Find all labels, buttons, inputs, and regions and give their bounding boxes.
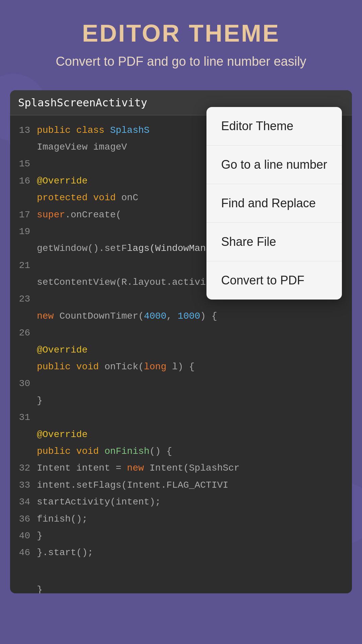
code-line: 26 <box>10 325 352 341</box>
kw-override3: @Override <box>37 429 87 440</box>
code-line: new CountDownTimer(4000, 1000) { <box>10 308 352 325</box>
kw-long: long <box>144 362 166 372</box>
line-number: 32 <box>10 460 37 477</box>
line-number: 34 <box>10 494 37 511</box>
line-number: 36 <box>10 511 37 528</box>
main-content: SplashScreenActivity 13 public class Spl… <box>10 90 352 593</box>
code-line: public void onFinish() { <box>10 443 352 460</box>
line-code: public class SplashS <box>37 122 149 139</box>
line-code: @Override <box>37 426 87 443</box>
header: EDITOR THEME Convert to PDF and go to li… <box>0 0 362 84</box>
menu-item-find-replace[interactable]: Find and Replace <box>206 184 342 223</box>
code-line: 33 intent.setFlags(Intent.FLAG_ACTIVI <box>10 477 352 494</box>
kw-onfinish: onFinish <box>105 446 149 457</box>
kw-new: new <box>37 311 59 321</box>
code-line: @Override <box>10 426 352 443</box>
line-code: public void onFinish() { <box>37 443 172 460</box>
line-code: intent.setFlags(Intent.FLAG_ACTIVI <box>37 477 228 494</box>
code-line: 32 Intent intent = new Intent(SplashScr <box>10 460 352 477</box>
line-code: } <box>37 392 43 409</box>
kw-public: public class <box>37 125 110 136</box>
kw-comma: , <box>166 311 178 321</box>
menu-item-editor-theme[interactable]: Editor Theme <box>206 107 342 146</box>
kw-4000: 4000 <box>144 311 166 321</box>
code-line: 31 <box>10 409 352 426</box>
line-number: 31 <box>10 409 37 426</box>
kw-onc: onC <box>121 193 138 203</box>
line-number: 33 <box>10 477 37 494</box>
kw-ontick: onTick( <box>105 362 144 372</box>
kw-public3: public void <box>37 446 105 457</box>
line-code: finish(); <box>37 511 87 528</box>
line-code: protected void onC <box>37 190 138 206</box>
kw-l: l) { <box>166 362 194 372</box>
line-code: public void onTick(long l) { <box>37 359 195 375</box>
line-number: 26 <box>10 325 37 341</box>
code-line: } <box>10 392 352 409</box>
kw-protected: protected void <box>37 193 121 203</box>
code-line: 40 } <box>10 528 352 544</box>
code-line: 34 startActivity(intent); <box>10 494 352 511</box>
line-code: getWindow().setFlags(WindowManager. <box>37 240 234 257</box>
page-title: EDITOR THEME <box>13 20 349 47</box>
code-line: 30 <box>10 375 352 392</box>
kw-super: super <box>37 210 65 220</box>
editor-filename: SplashScreenActivity <box>18 96 147 109</box>
line-number: 23 <box>10 291 37 308</box>
line-code: new CountDownTimer(4000, 1000) { <box>37 308 217 325</box>
kw-brace: ) { <box>200 311 217 321</box>
kw-intentcall: Intent(SplashScr <box>149 463 240 473</box>
kw-override2: @Override <box>37 345 87 355</box>
line-code: } <box>37 582 43 593</box>
line-code: @Override <box>37 173 87 190</box>
code-line: } <box>10 582 352 593</box>
line-number: 19 <box>10 223 37 240</box>
line-number: 30 <box>10 375 37 392</box>
page-subtitle: Convert to PDF and go to line number eas… <box>13 53 349 70</box>
line-code: startActivity(intent); <box>37 494 161 511</box>
line-code: Intent intent = new Intent(SplashScr <box>37 460 240 477</box>
kw-new2: new <box>127 463 149 473</box>
menu-item-goto-line[interactable]: Go to a line number <box>206 146 342 184</box>
kw-override: @Override <box>37 176 87 186</box>
menu-item-share-file[interactable]: Share File <box>206 223 342 261</box>
line-number: 21 <box>10 257 37 274</box>
kw-cdt: CountDownTimer( <box>59 311 144 321</box>
line-code: }.start(); <box>37 544 93 561</box>
line-code: super.onCreate( <box>37 207 121 223</box>
line-number: 13 <box>10 122 37 139</box>
line-number: 16 <box>10 173 37 190</box>
line-code: } <box>37 528 43 544</box>
kw-oncreate: .onCreate( <box>65 210 121 220</box>
code-line: public void onTick(long l) { <box>10 359 352 375</box>
kw-intent: Intent intent = <box>37 463 127 473</box>
line-number: 17 <box>10 207 37 223</box>
line-number: 46 <box>10 544 37 561</box>
line-code: ImageView imageV <box>37 139 127 156</box>
line-number: 40 <box>10 528 37 544</box>
line-code: @Override <box>37 342 87 359</box>
kw-public2: public void <box>37 362 105 372</box>
menu-item-convert-pdf[interactable]: Convert to PDF <box>206 261 342 300</box>
code-line: @Override <box>10 342 352 359</box>
kw-classname: SplashS <box>110 125 149 136</box>
code-editor: SplashScreenActivity 13 public class Spl… <box>10 90 352 593</box>
dropdown-menu: Editor Theme Go to a line number Find an… <box>206 107 342 300</box>
kw-paren: () { <box>149 446 172 457</box>
line-number: 15 <box>10 156 37 172</box>
code-line: 46 }.start(); <box>10 544 352 561</box>
code-line: 36 finish(); <box>10 511 352 528</box>
kw-1000: 1000 <box>178 311 200 321</box>
